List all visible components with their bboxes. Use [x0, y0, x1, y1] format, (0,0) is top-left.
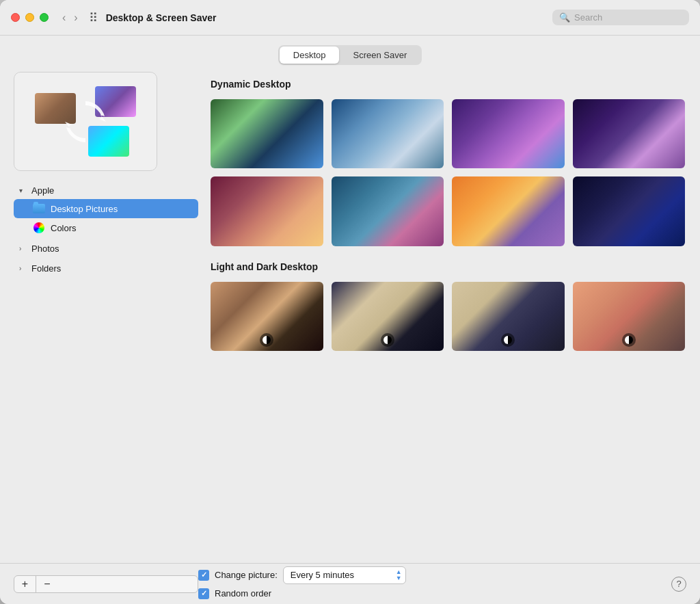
light-dark-title: Light and Dark Desktop	[209, 261, 686, 272]
apple-section-label: Apple	[31, 185, 54, 196]
thumb-img-8	[573, 176, 686, 246]
ld-icon-2	[383, 336, 392, 344]
wallpaper-thumb-7[interactable]	[450, 175, 566, 247]
rotate-arrows-icon	[58, 94, 113, 149]
thumb-img-2	[332, 99, 444, 168]
arrows-overlay	[58, 94, 113, 149]
wallpaper-thumb-4[interactable]	[571, 98, 687, 170]
ld-icon-3	[504, 336, 512, 344]
tab-desktop[interactable]: Desktop	[280, 47, 340, 64]
thumb-img-6	[332, 176, 444, 246]
main-content: ▾ Apple Desktop Pictures Colors	[0, 72, 700, 563]
wallpaper-thumb-1[interactable]	[209, 98, 325, 170]
photos-section-header[interactable]: › Photos	[14, 240, 198, 257]
light-dark-section: Light and Dark Desktop	[209, 261, 686, 352]
wallpaper-thumb-3[interactable]	[450, 98, 566, 170]
tab-screensaver[interactable]: Screen Saver	[339, 47, 420, 64]
interval-dropdown[interactable]: Every 5 minutes Every 1 minute Every 15 …	[283, 566, 406, 584]
random-order-row: Random order	[198, 588, 406, 599]
thumb-img-1	[211, 99, 323, 168]
colors-icon	[33, 222, 45, 234]
preview-box	[14, 72, 157, 171]
thumb-img-5	[211, 176, 323, 246]
tabs-row: Desktop Screen Saver	[0, 36, 700, 72]
left-panel: ▾ Apple Desktop Pictures Colors	[14, 72, 198, 563]
traffic-lights	[11, 13, 49, 22]
help-button[interactable]: ?	[671, 577, 686, 592]
color-wheel-icon	[33, 222, 44, 233]
remove-button[interactable]: −	[36, 576, 58, 592]
ld-thumb-1[interactable]	[209, 280, 325, 352]
preview-collage	[14, 73, 157, 170]
light-dark-grid	[209, 280, 686, 352]
sidebar-item-colors[interactable]: Colors	[14, 218, 198, 237]
bottom-right: Change picture: Every 5 minutes Every 1 …	[198, 566, 686, 602]
photos-section-label: Photos	[31, 244, 59, 254]
ld-thumb-4[interactable]	[571, 280, 687, 352]
ld-badge-1	[260, 333, 273, 347]
minimize-button[interactable]	[25, 13, 34, 22]
dynamic-desktop-title: Dynamic Desktop	[209, 79, 686, 90]
change-picture-checkbox[interactable]	[198, 570, 209, 581]
window-title: Desktop & Screen Saver	[106, 12, 217, 23]
interval-dropdown-wrapper: Every 5 minutes Every 1 minute Every 15 …	[283, 566, 406, 584]
thumb-img-7	[452, 176, 565, 246]
change-picture-row: Change picture: Every 5 minutes Every 1 …	[198, 566, 406, 584]
sidebar-section-photos: › Photos	[14, 240, 198, 257]
nav-buttons: ‹ ›	[59, 10, 81, 25]
ld-thumb-3[interactable]	[450, 280, 566, 352]
thumb-img-4	[573, 99, 686, 168]
folder-shape	[33, 204, 45, 213]
sidebar: ▾ Apple Desktop Pictures Colors	[14, 182, 198, 563]
checkboxes-group: Change picture: Every 5 minutes Every 1 …	[198, 566, 406, 602]
wallpaper-thumb-2[interactable]	[330, 98, 446, 170]
dynamic-desktop-grid	[209, 98, 686, 248]
close-button[interactable]	[11, 13, 20, 22]
thumb-img-3	[452, 99, 565, 168]
ld-icon-4	[625, 336, 633, 344]
folders-section-label: Folders	[31, 263, 61, 274]
apple-section-header[interactable]: ▾ Apple	[14, 182, 198, 199]
bottom-bar: + − Change picture: Every 5 minutes Ever…	[0, 563, 700, 604]
chevron-down-icon: ▾	[19, 187, 27, 194]
ld-thumb-2[interactable]	[330, 280, 446, 352]
desktop-pictures-label: Desktop Pictures	[51, 204, 118, 214]
dynamic-desktop-section: Dynamic Desktop	[209, 79, 686, 248]
ld-badge-3	[501, 333, 515, 347]
bottom-left: + −	[14, 575, 198, 593]
chevron-right-icon-2: ›	[19, 265, 27, 272]
tab-container: Desktop Screen Saver	[278, 45, 422, 65]
folders-section-header[interactable]: › Folders	[14, 260, 198, 277]
grid-button[interactable]: ⠿	[86, 9, 100, 27]
random-order-checkbox[interactable]	[198, 588, 209, 599]
wallpaper-thumb-6[interactable]	[330, 175, 446, 247]
random-order-label: Random order	[215, 588, 271, 599]
back-button[interactable]: ‹	[59, 10, 68, 25]
wallpaper-thumb-5[interactable]	[209, 175, 325, 247]
ld-badge-2	[381, 333, 394, 347]
ld-badge-4	[622, 333, 636, 347]
search-icon: 🔍	[559, 12, 570, 23]
add-button[interactable]: +	[14, 576, 36, 592]
change-picture-label: Change picture:	[215, 570, 278, 580]
forward-button[interactable]: ›	[71, 10, 80, 25]
wallpaper-thumb-8[interactable]	[571, 175, 687, 247]
search-box[interactable]: 🔍	[552, 10, 689, 25]
sidebar-section-apple: ▾ Apple Desktop Pictures Colors	[14, 182, 198, 237]
folder-icon	[33, 202, 45, 215]
window: ‹ › ⠿ Desktop & Screen Saver 🔍 Desktop S…	[0, 0, 700, 604]
search-input[interactable]	[574, 12, 682, 23]
sidebar-item-desktop-pictures[interactable]: Desktop Pictures	[14, 199, 198, 218]
chevron-right-icon: ›	[19, 245, 27, 252]
sidebar-section-folders: › Folders	[14, 260, 198, 277]
titlebar: ‹ › ⠿ Desktop & Screen Saver 🔍	[0, 0, 700, 36]
ld-icon-1	[262, 336, 271, 344]
maximize-button[interactable]	[40, 13, 49, 22]
right-panel: Dynamic Desktop Light and Dark Desktop	[209, 72, 686, 563]
add-remove-buttons: + −	[14, 575, 198, 593]
colors-label: Colors	[51, 223, 77, 233]
